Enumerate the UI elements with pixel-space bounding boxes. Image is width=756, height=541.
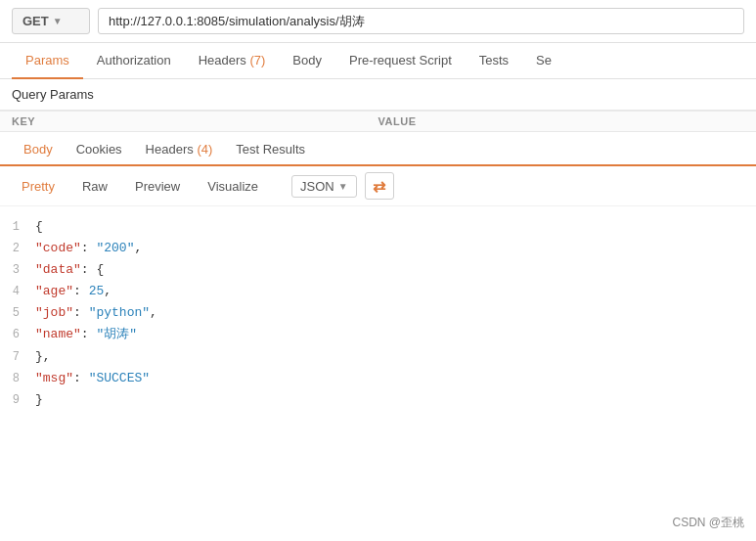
- line-content: }: [35, 389, 43, 411]
- tab-headers-req[interactable]: Headers (7): [185, 43, 280, 79]
- format-raw[interactable]: Raw: [72, 175, 117, 198]
- code-line: 7 },: [0, 346, 756, 368]
- format-visualize[interactable]: Visualize: [198, 175, 268, 198]
- json-format-label: JSON: [300, 179, 334, 194]
- url-input[interactable]: [98, 8, 744, 34]
- line-number: 3: [0, 260, 35, 280]
- params-table-header: KEY VALUE: [0, 111, 756, 132]
- json-punct: :: [73, 305, 89, 320]
- tab-params[interactable]: Params: [12, 43, 83, 79]
- json-string-value: "200": [96, 241, 134, 255]
- watermark: CSDN @歪桃: [672, 515, 744, 531]
- code-line: 3 "data": {: [0, 259, 756, 281]
- col-value-header: VALUE: [378, 115, 745, 127]
- json-punct: },: [35, 349, 51, 364]
- line-content: "msg": "SUCCES": [35, 368, 150, 389]
- tab-tests[interactable]: Tests: [466, 43, 522, 79]
- query-params-section: Query Params: [0, 79, 756, 111]
- json-format-select[interactable]: JSON ▼: [291, 175, 357, 198]
- json-key: "age": [35, 284, 73, 298]
- line-content: "code": "200",: [35, 238, 142, 259]
- line-content: "name": "胡涛": [35, 324, 137, 345]
- json-punct: :: [81, 327, 97, 341]
- tab-authorization[interactable]: Authorization: [83, 43, 185, 79]
- line-content: "data": {: [35, 259, 104, 281]
- line-content: {: [35, 216, 43, 238]
- tab-cookies[interactable]: Cookies: [65, 134, 134, 166]
- json-key: "data": [35, 262, 81, 277]
- tab-body-resp[interactable]: Body: [12, 134, 65, 166]
- line-number: 5: [0, 303, 35, 323]
- tab-settings[interactable]: Se: [522, 43, 565, 79]
- chevron-down-icon: ▼: [53, 16, 63, 26]
- line-content: "age": 25,: [35, 281, 111, 302]
- code-line: 8 "msg": "SUCCES": [0, 368, 756, 389]
- line-number: 4: [0, 282, 35, 301]
- code-line: 6 "name": "胡涛": [0, 324, 756, 345]
- tab-prerequest[interactable]: Pre-request Script: [335, 43, 466, 79]
- json-punct: ,: [104, 284, 111, 298]
- line-number: 2: [0, 239, 35, 258]
- url-bar: GET ▼: [0, 0, 756, 43]
- json-chevron-icon: ▼: [338, 181, 348, 192]
- code-view: 1{2 "code": "200",3 "data": {4 "age": 25…: [0, 206, 756, 421]
- line-content: "job": "python",: [35, 302, 157, 324]
- json-number-value: 25: [89, 284, 105, 298]
- tab-body-req[interactable]: Body: [279, 43, 335, 79]
- json-punct: : {: [81, 262, 104, 277]
- json-punct: :: [73, 284, 89, 298]
- format-bar: Pretty Raw Preview Visualize JSON ▼ ⇄: [0, 166, 756, 206]
- json-string-value: "python": [89, 305, 150, 320]
- method-label: GET: [22, 14, 49, 28]
- json-punct: }: [35, 392, 43, 407]
- json-key: "name": [35, 327, 81, 341]
- method-select[interactable]: GET ▼: [12, 8, 90, 34]
- response-tabs: Body Cookies Headers (4) Test Results: [0, 134, 756, 166]
- col-key-header: KEY: [12, 115, 378, 127]
- json-key: "msg": [35, 371, 73, 385]
- request-tabs: Params Authorization Headers (7) Body Pr…: [0, 43, 756, 79]
- line-number: 1: [0, 217, 35, 237]
- line-number: 9: [0, 390, 35, 410]
- line-number: 6: [0, 325, 35, 344]
- code-line: 1{: [0, 216, 756, 238]
- query-params-title: Query Params: [12, 87, 744, 102]
- line-number: 8: [0, 369, 35, 388]
- json-key: "code": [35, 241, 81, 255]
- json-punct: ,: [134, 241, 142, 255]
- json-punct: ,: [150, 305, 157, 320]
- json-string-value: "SUCCES": [89, 371, 150, 385]
- tab-test-results[interactable]: Test Results: [224, 134, 317, 166]
- json-punct: {: [35, 219, 43, 234]
- code-line: 2 "code": "200",: [0, 238, 756, 259]
- code-line: 5 "job": "python",: [0, 302, 756, 324]
- wrap-icon: ⇄: [373, 177, 385, 196]
- code-line: 4 "age": 25,: [0, 281, 756, 302]
- line-content: },: [35, 346, 51, 368]
- tab-headers-resp[interactable]: Headers (4): [134, 134, 225, 166]
- format-pretty[interactable]: Pretty: [12, 175, 65, 198]
- json-key: "job": [35, 305, 73, 320]
- json-punct: :: [81, 241, 97, 255]
- line-number: 7: [0, 347, 35, 367]
- format-preview[interactable]: Preview: [125, 175, 190, 198]
- json-punct: :: [73, 371, 89, 385]
- json-chinese-value: "胡涛": [96, 327, 137, 341]
- code-line: 9}: [0, 389, 756, 411]
- wrap-button[interactable]: ⇄: [365, 172, 394, 200]
